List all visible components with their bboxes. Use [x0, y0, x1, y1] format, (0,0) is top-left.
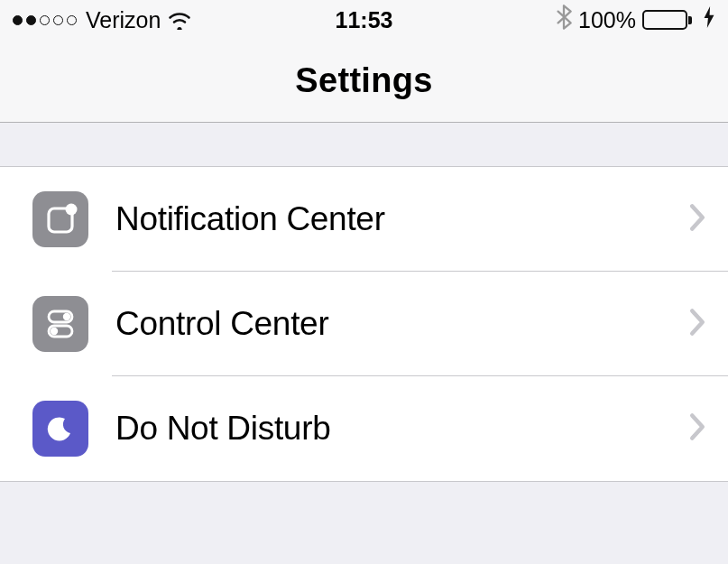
page-title: Settings	[295, 61, 432, 100]
svg-point-1	[66, 204, 78, 216]
svg-point-3	[63, 313, 70, 320]
settings-group: Notification Center Control Center Do No…	[0, 166, 728, 482]
status-time: 11:53	[336, 7, 393, 33]
signal-strength-icon	[13, 15, 77, 25]
chevron-right-icon	[688, 203, 706, 236]
charging-icon	[703, 6, 715, 33]
row-label: Control Center	[115, 305, 688, 343]
section-spacer	[0, 123, 728, 166]
status-right: 100%	[556, 5, 715, 35]
wifi-icon	[167, 10, 192, 30]
status-bar: Verizon 11:53 100%	[0, 0, 728, 40]
battery-percent: 100%	[578, 7, 636, 33]
battery-icon	[642, 10, 692, 30]
row-control-center[interactable]: Control Center	[0, 272, 728, 376]
status-left: Verizon	[13, 7, 192, 33]
do-not-disturb-icon	[32, 401, 88, 457]
carrier-label: Verizon	[86, 7, 161, 33]
notification-center-icon	[32, 191, 88, 247]
chevron-right-icon	[688, 308, 706, 340]
bluetooth-icon	[556, 5, 572, 35]
row-label: Do Not Disturb	[115, 410, 688, 448]
control-center-icon	[32, 296, 88, 352]
svg-point-5	[51, 328, 58, 335]
chevron-right-icon	[688, 412, 706, 445]
nav-header: Settings	[0, 40, 728, 123]
row-do-not-disturb[interactable]: Do Not Disturb	[0, 376, 728, 481]
row-label: Notification Center	[115, 200, 688, 238]
row-notification-center[interactable]: Notification Center	[0, 167, 728, 272]
